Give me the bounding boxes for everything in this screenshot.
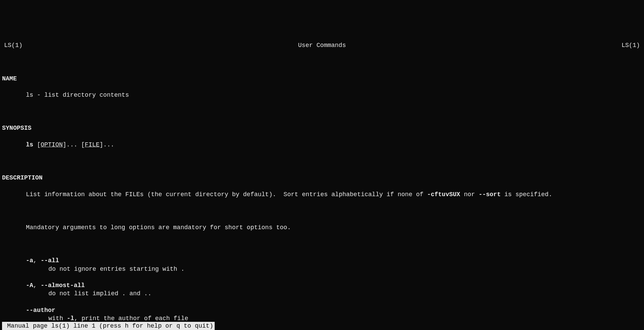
pager-status-bar[interactable]: Manual page ls(1) line 1 (press h for he… [2, 322, 215, 330]
option-desc: do not ignore entries starting with . [2, 265, 642, 273]
option-flags: -A, --almost-all [2, 281, 642, 289]
header-right: LS(1) [622, 41, 640, 49]
section-name-heading: NAME [2, 75, 642, 83]
header-left: LS(1) [4, 41, 22, 49]
section-synopsis-heading: SYNOPSIS [2, 124, 642, 132]
man-header: LS(1) User Commands LS(1) [2, 41, 642, 49]
description-intro: List information about the FILEs (the cu… [2, 190, 642, 199]
option-flags: --author [2, 306, 642, 314]
header-center: User Commands [298, 41, 346, 49]
description-mandatory: Mandatory arguments to long options are … [2, 223, 642, 232]
option-flags: -a, --all [2, 256, 642, 265]
section-synopsis-text: ls [OPTION]... [FILE]... [2, 141, 642, 149]
section-name-text: ls - list directory contents [2, 91, 642, 99]
section-description-heading: DESCRIPTION [2, 174, 642, 182]
option-desc: do not list implied . and .. [2, 289, 642, 298]
